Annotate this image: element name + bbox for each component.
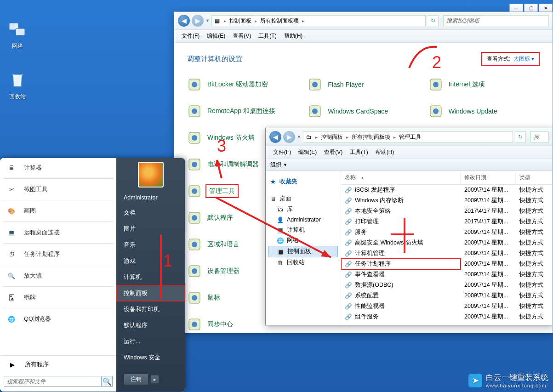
start-item-remote[interactable]: 💻远程桌面连接: [0, 223, 116, 242]
file-row[interactable]: 🔗数据源(ODBC)2009\7\14 星期...快捷方式: [341, 280, 553, 290]
search-input[interactable]: [443, 15, 549, 26]
file-name: 任务计划程序: [355, 260, 391, 268]
cp-item[interactable]: Windows Update: [428, 104, 540, 119]
start-right-item[interactable]: 设备和打印机: [116, 301, 185, 318]
column-headers[interactable]: 名称▲ 修改日期 类型: [341, 171, 553, 185]
close-button[interactable]: ✕: [539, 4, 553, 12]
start-right-item[interactable]: 默认程序: [116, 318, 185, 334]
file-row[interactable]: 🔗高级安全 Windows 防火墙2009\7\14 星期...快捷方式: [341, 238, 553, 248]
shortcut-icon: 🔗: [345, 229, 352, 236]
start-right-item[interactable]: 运行...: [116, 334, 185, 350]
tree-user[interactable]: 👤Administrator: [268, 215, 338, 225]
start-search-input[interactable]: [4, 376, 102, 387]
breadcrumb-item[interactable]: 控制面板: [227, 17, 254, 25]
start-item-magnifier[interactable]: 🔍放大镜: [0, 266, 116, 285]
svg-point-7: [433, 82, 439, 87]
file-row[interactable]: 🔗Windows 内存诊断2009\7\14 星期...快捷方式: [341, 195, 553, 206]
forward-button[interactable]: ▶: [283, 131, 295, 143]
file-row[interactable]: 🔗打印管理2017\4\17 星期...快捷方式: [341, 216, 553, 227]
cp-item[interactable]: Flash Player: [308, 77, 419, 92]
start-right-item[interactable]: 控制面板: [116, 285, 185, 301]
menu-view[interactable]: 查看(V): [321, 148, 345, 157]
tree-desktop[interactable]: 🖥桌面: [268, 193, 338, 204]
menu-tools[interactable]: 工具(T): [256, 31, 279, 41]
tree-computer[interactable]: 💻计算机: [268, 225, 338, 235]
nav-history-dropdown[interactable]: ▼: [297, 135, 301, 139]
start-right-item[interactable]: Administrator: [116, 190, 185, 205]
file-row[interactable]: 🔗本地安全策略2017\4\17 星期...快捷方式: [341, 206, 553, 216]
tree-control-panel[interactable]: ▦控制面板: [268, 246, 338, 257]
user-avatar[interactable]: [138, 162, 164, 187]
tree-recycle[interactable]: 🗑回收站: [268, 257, 338, 268]
desktop-icon-recycle[interactable]: 回收站: [4, 69, 31, 101]
col-name[interactable]: 名称▲: [341, 171, 461, 184]
start-right-item[interactable]: 文档: [116, 205, 185, 221]
col-modified[interactable]: 修改日期: [461, 171, 516, 184]
col-type[interactable]: 类型: [516, 171, 553, 184]
menu-tools[interactable]: 工具(T): [347, 148, 371, 157]
breadcrumb-item[interactable]: 所有控制面板项: [258, 17, 301, 25]
start-item-calculator[interactable]: 🖩计算器: [0, 158, 116, 177]
menu-edit[interactable]: 编辑(E): [296, 148, 319, 157]
forward-button[interactable]: ▶: [192, 15, 204, 27]
cp-item-icon: [187, 317, 202, 332]
breadcrumb-item[interactable]: 管理工具: [397, 133, 423, 141]
cp-item[interactable]: RemoteApp 和桌面连接: [187, 104, 298, 119]
menu-file[interactable]: 文件(F): [179, 31, 202, 41]
view-mode-selector[interactable]: 查看方式: 大图标 ▾: [481, 52, 540, 66]
file-modified: 2009\7\14 星期...: [461, 227, 516, 238]
search-button[interactable]: 🔍: [102, 376, 113, 387]
cp-item[interactable]: Windows CardSpace: [308, 104, 419, 119]
menu-help[interactable]: 帮助(H): [373, 148, 397, 157]
tree-network[interactable]: 🌐网络: [268, 235, 338, 246]
desktop-icon-network[interactable]: 网络: [4, 18, 31, 50]
cp-item[interactable]: BitLocker 驱动器加密: [187, 77, 298, 92]
nav-history-dropdown[interactable]: ▼: [205, 18, 210, 23]
breadcrumb[interactable]: ▦ ▸ 控制面板 ▸ 所有控制面板项 ▸: [211, 15, 426, 26]
organize-button[interactable]: 组织: [270, 161, 281, 169]
menu-help[interactable]: 帮助(H): [281, 31, 306, 41]
start-item-paint[interactable]: 🎨画图: [0, 201, 116, 221]
start-item-cards[interactable]: 🂡纸牌: [0, 288, 116, 307]
file-row[interactable]: 🔗性能监视器2009\7\14 星期...快捷方式: [341, 301, 553, 312]
start-right-item[interactable]: 音乐: [116, 237, 185, 253]
cp-item-label: RemoteApp 和桌面连接: [207, 107, 275, 115]
file-row[interactable]: 🔗服务2009\7\14 星期...快捷方式: [341, 227, 553, 238]
menu-edit[interactable]: 编辑(E): [204, 31, 228, 41]
svg-point-23: [192, 242, 197, 247]
file-row[interactable]: 🔗组件服务2009\7\14 星期...快捷方式: [341, 312, 553, 322]
maximize-button[interactable]: ▢: [524, 4, 538, 12]
start-item-label: 计算器: [24, 164, 42, 172]
view-value[interactable]: 大图标: [513, 56, 530, 62]
all-programs-button[interactable]: ▶ 所有程序: [0, 355, 116, 373]
logout-menu-button[interactable]: ▸: [150, 375, 159, 384]
start-item-schedule[interactable]: ⏱任务计划程序: [0, 244, 116, 264]
logout-button[interactable]: 注销: [124, 374, 148, 385]
file-row[interactable]: 🔗系统配置2009\7\14 星期...快捷方式: [341, 290, 553, 301]
refresh-button[interactable]: ↻: [428, 15, 439, 26]
file-row[interactable]: 🔗计算机管理2009\7\14 星期...快捷方式: [341, 248, 553, 259]
start-right-item[interactable]: 计算机: [116, 269, 185, 285]
file-row[interactable]: 🔗任务计划程序2009\7\14 星期...快捷方式: [341, 259, 553, 269]
refresh-button[interactable]: ↻: [515, 131, 526, 142]
minimize-button[interactable]: ─: [509, 4, 523, 12]
file-row[interactable]: 🔗事件查看器2009\7\14 星期...快捷方式: [341, 269, 553, 280]
start-item-browser[interactable]: 🌐QQ浏览器: [0, 309, 116, 329]
back-button[interactable]: ◀: [269, 131, 281, 143]
cp-item[interactable]: Internet 选项: [428, 77, 540, 92]
menu-view[interactable]: 查看(V): [230, 31, 254, 41]
breadcrumb-item[interactable]: 控制面板: [319, 133, 345, 141]
start-item-label: 远程桌面连接: [24, 228, 60, 237]
breadcrumb-item[interactable]: 所有控制面板项: [349, 133, 393, 141]
start-right-item[interactable]: Windows 安全: [116, 350, 185, 366]
breadcrumb[interactable]: 🗀 ▸ 控制面板 ▸ 所有控制面板项 ▸ 管理工具: [303, 131, 513, 142]
menu-file[interactable]: 文件(F): [270, 148, 294, 157]
start-right-item[interactable]: 图片: [116, 221, 185, 237]
file-row[interactable]: 🔗iSCSI 发起程序2009\7\14 星期...快捷方式: [341, 185, 553, 195]
search-input[interactable]: [530, 131, 549, 142]
tree-favorites[interactable]: ★收藏夹: [268, 176, 338, 187]
back-button[interactable]: ◀: [178, 15, 190, 27]
start-item-scissors[interactable]: ✂截图工具: [0, 180, 116, 199]
tree-libraries[interactable]: 🗂库: [268, 204, 338, 215]
start-right-item[interactable]: 游戏: [116, 253, 185, 269]
